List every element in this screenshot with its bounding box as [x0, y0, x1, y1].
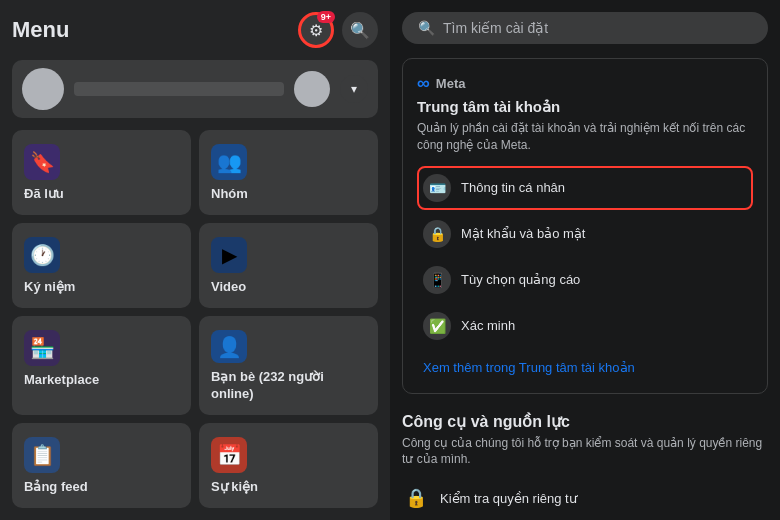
video-label: Video — [211, 279, 366, 296]
tools-title: Công cụ và nguồn lực — [402, 412, 768, 431]
friends-icon: 👤 — [211, 330, 247, 364]
meta-logo-icon: ∞ — [417, 73, 430, 94]
feed-label: Bảng feed — [24, 479, 179, 496]
search-box[interactable]: 🔍 Tìm kiếm cài đặt — [402, 12, 768, 44]
saved-icon: 🔖 — [24, 144, 60, 180]
password-icon: 🔒 — [423, 220, 451, 248]
friends-label: Bạn bè (232 người online) — [211, 369, 366, 403]
privacy-check-label: Kiểm tra quyền riêng tư — [440, 491, 577, 506]
menu-item-friends[interactable]: 👤 Bạn bè (232 người online) — [199, 316, 378, 415]
menu-item-video[interactable]: ▶ Video — [199, 223, 378, 308]
left-panel: Menu ⚙ 9+ 🔍 ▾ 🔖 Đã lưu 👥 Nhóm — [0, 0, 390, 520]
meta-header: ∞ Meta — [417, 73, 753, 94]
chevron-button[interactable]: ▾ — [340, 75, 368, 103]
personal-icon: 🪪 — [423, 174, 451, 202]
meta-card: ∞ Meta Trung tâm tài khoản Quản lý phần … — [402, 58, 768, 394]
settings-button[interactable]: ⚙ 9+ — [298, 12, 334, 48]
profile-avatar-right — [294, 71, 330, 107]
search-box-icon: 🔍 — [418, 20, 435, 36]
sub-item-personal[interactable]: 🪪 Thông tin cá nhân — [417, 166, 753, 210]
sub-item-verify[interactable]: ✅ Xác minh — [417, 304, 753, 348]
memories-icon: 🕐 — [24, 237, 60, 273]
menu-title: Menu — [12, 17, 69, 43]
menu-item-memories[interactable]: 🕐 Ký niệm — [12, 223, 191, 308]
password-label: Mật khẩu và bảo mật — [461, 226, 585, 241]
events-label: Sự kiện — [211, 479, 366, 496]
gear-icon: ⚙ — [309, 21, 323, 40]
menu-item-groups[interactable]: 👥 Nhóm — [199, 130, 378, 215]
privacy-check-item[interactable]: 🔒 Kiểm tra quyền riêng tư — [402, 478, 768, 518]
tools-desc: Công cụ của chúng tôi hỗ trợ bạn kiểm so… — [402, 435, 768, 469]
right-panel: 🔍 Tìm kiếm cài đặt ∞ Meta Trung tâm tài … — [390, 0, 780, 520]
meta-brand: Meta — [436, 76, 466, 91]
menu-item-marketplace[interactable]: 🏪 Marketplace — [12, 316, 191, 415]
menu-item-feed[interactable]: 📋 Bảng feed — [12, 423, 191, 508]
privacy-lock-icon: 🔒 — [402, 484, 430, 512]
verify-icon: ✅ — [423, 312, 451, 340]
sub-item-password[interactable]: 🔒 Mật khẩu và bảo mật — [417, 212, 753, 256]
meta-title: Trung tâm tài khoản — [417, 98, 753, 116]
header-row: Menu ⚙ 9+ 🔍 — [12, 12, 378, 48]
header-icons: ⚙ 9+ 🔍 — [298, 12, 378, 48]
search-placeholder: Tìm kiếm cài đặt — [443, 20, 548, 36]
tools-section: Công cụ và nguồn lực Công cụ của chúng t… — [402, 412, 768, 519]
ads-icon: 📱 — [423, 266, 451, 294]
feed-icon: 📋 — [24, 437, 60, 473]
groups-label: Nhóm — [211, 186, 366, 203]
memories-label: Ký niệm — [24, 279, 179, 296]
search-icon: 🔍 — [350, 21, 370, 40]
link-more[interactable]: Xem thêm trong Trung tâm tài khoản — [417, 356, 753, 379]
video-icon: ▶ — [211, 237, 247, 273]
username-bar — [74, 82, 284, 96]
marketplace-label: Marketplace — [24, 372, 179, 389]
menu-grid: 🔖 Đã lưu 👥 Nhóm 🕐 Ký niệm ▶ Video 🏪 Mark… — [12, 130, 378, 508]
menu-item-events[interactable]: 📅 Sự kiện — [199, 423, 378, 508]
personal-label: Thông tin cá nhân — [461, 180, 565, 195]
chevron-down-icon: ▾ — [351, 82, 357, 96]
saved-label: Đã lưu — [24, 186, 179, 203]
sub-item-ads[interactable]: 📱 Tùy chọn quảng cáo — [417, 258, 753, 302]
profile-row[interactable]: ▾ — [12, 60, 378, 118]
marketplace-icon: 🏪 — [24, 330, 60, 366]
events-icon: 📅 — [211, 437, 247, 473]
groups-icon: 👥 — [211, 144, 247, 180]
search-button[interactable]: 🔍 — [342, 12, 378, 48]
avatar — [22, 68, 64, 110]
notification-badge: 9+ — [317, 11, 335, 23]
menu-item-saved[interactable]: 🔖 Đã lưu — [12, 130, 191, 215]
ads-label: Tùy chọn quảng cáo — [461, 272, 580, 287]
verify-label: Xác minh — [461, 318, 515, 333]
meta-desc: Quản lý phần cài đặt tài khoản và trải n… — [417, 120, 753, 154]
